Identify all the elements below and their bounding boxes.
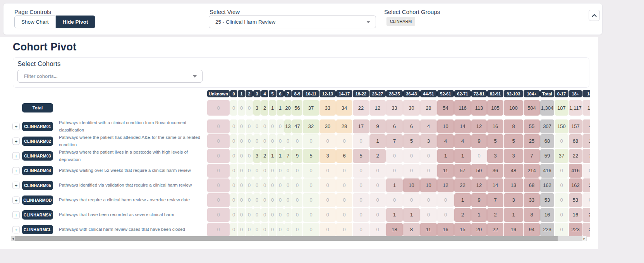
pivot-cell: 4	[454, 134, 471, 148]
pivot-cell: 223	[569, 223, 582, 237]
pivot-cell: 1	[454, 193, 471, 207]
pivot-cell: 28	[336, 119, 352, 133]
expand-cohort-button[interactable]: +	[12, 226, 20, 233]
total-row-button[interactable]: Total	[22, 103, 53, 112]
pivot-cell: 12	[369, 100, 386, 116]
cohort-description: Pathways identified with a clinical cond…	[59, 119, 209, 134]
collapse-panel-button[interactable]	[589, 10, 600, 21]
column-header-104-[interactable]: 104+	[524, 90, 540, 97]
cohort-code-badge[interactable]: CLINHARM01	[22, 122, 53, 131]
expand-cohort-button[interactable]: +	[12, 152, 20, 159]
horizontal-scrollbar[interactable]: ◂ ▸	[11, 236, 587, 241]
page-title: Cohort Pivot	[13, 41, 76, 53]
cohort-description: Pathways where the patient has attended …	[59, 133, 209, 149]
pivot-cell: 0	[261, 134, 268, 148]
column-header-28-35[interactable]: 28-35	[386, 90, 403, 97]
column-header-92-103[interactable]: 92-103	[504, 90, 523, 97]
pivot-cell: 0	[369, 223, 386, 237]
cohort-code-badge[interactable]: CLINHARM03	[22, 151, 53, 161]
pivot-cell: 0	[353, 134, 369, 148]
pivot-cell: 2	[487, 208, 503, 222]
column-header-0-17[interactable]: 0-17	[555, 90, 568, 97]
view-select[interactable]: 25 - Clinical Harm Review	[209, 16, 376, 28]
column-header-18-[interactable]: 18+	[569, 90, 582, 97]
pivot-cell: 0	[269, 119, 276, 133]
pivot-cell: 28	[420, 100, 437, 116]
cohort-code-badge[interactable]: CLINHARMCL	[22, 225, 53, 234]
expand-cohort-button[interactable]: +	[12, 182, 20, 189]
pivot-cell: 0	[269, 178, 276, 192]
show-chart-button[interactable]: Show Chart	[14, 16, 56, 28]
cohort-code-badge[interactable]: CLINHARM02	[22, 137, 53, 146]
pivot-cell: 5	[403, 134, 420, 148]
pivot-cell: 3	[253, 149, 261, 163]
cohort-code-badge[interactable]: CLINHARM04	[22, 166, 53, 175]
pivot-cell: 0	[238, 193, 245, 207]
column-header-36-43[interactable]: 36-43	[403, 90, 420, 97]
expand-cohort-button[interactable]: +	[12, 196, 20, 204]
pivot-cell: 53	[569, 193, 582, 207]
pivot-cell: 0	[207, 178, 230, 192]
pivot-cell: 6	[386, 119, 403, 133]
column-header-82-91[interactable]: 82-91	[487, 90, 503, 97]
column-header-18-22[interactable]: 18-22	[353, 90, 369, 97]
pivot-cell: 56	[292, 100, 302, 116]
column-header-4[interactable]: 4	[261, 90, 268, 97]
pivot-cell: 0	[353, 164, 369, 178]
pivot-cell: 307	[540, 119, 554, 133]
column-header-0[interactable]: 0	[230, 90, 237, 97]
column-header-2[interactable]: 2	[246, 90, 253, 97]
column-header-3[interactable]: 3	[253, 90, 261, 97]
pivot-cell: 0	[284, 164, 292, 178]
pivot-cell: 0	[261, 193, 268, 207]
column-header-unknown[interactable]: Unknown	[207, 90, 230, 97]
scroll-right-icon[interactable]: ▸	[582, 236, 586, 241]
hide-pivot-button[interactable]: Hide Pivot	[56, 16, 95, 28]
column-header-18-[interactable]: 18-	[582, 90, 590, 97]
pivot-cell: 214	[524, 164, 540, 178]
column-header-44-51[interactable]: 44-51	[420, 90, 437, 97]
column-header-10-11[interactable]: 10-11	[303, 90, 319, 97]
column-header-14-17[interactable]: 14-17	[336, 90, 352, 97]
pivot-cell: 0	[230, 164, 237, 178]
pivot-cell: 11	[420, 223, 437, 237]
pivot-cell: 5	[353, 149, 369, 163]
pivot-cell: 59	[540, 149, 554, 163]
pivot-cell: 0	[420, 164, 437, 178]
cohort-code-badge[interactable]: CLINHARMOD	[22, 196, 53, 205]
cohort-code-badge[interactable]: CLINHARM05	[22, 181, 53, 190]
column-header-62-71[interactable]: 62-71	[454, 90, 471, 97]
row-label-area: +CLINHARM02Pathways where the patient ha…	[0, 134, 207, 148]
pivot-cell: 2	[261, 149, 268, 163]
scrollbar-thumb[interactable]	[15, 236, 558, 241]
expand-cohort-button[interactable]: +	[12, 211, 20, 218]
pivot-cell: 0	[253, 134, 261, 148]
row-label-area: +CLINHARM01Pathways identified with a cl…	[0, 119, 207, 133]
pivot-cell: 2	[454, 208, 471, 222]
column-header-72-81[interactable]: 72-81	[471, 90, 487, 97]
expand-cohort-button[interactable]: +	[12, 123, 20, 130]
cohort-filter-select[interactable]: Filter cohorts...	[17, 70, 203, 83]
column-header-23-27[interactable]: 23-27	[369, 90, 386, 97]
cohort-code-badge[interactable]: CLINHARMSV	[22, 210, 53, 220]
pivot-cell: 8	[403, 223, 420, 237]
pivot-cell: 0	[369, 164, 386, 178]
column-header-6[interactable]: 6	[276, 90, 284, 97]
pivot-cell: 7	[487, 193, 503, 207]
cohort-group-tag[interactable]: CLINHARM	[386, 17, 415, 26]
expand-cohort-button[interactable]: +	[12, 137, 20, 145]
expand-cohort-button[interactable]: +	[12, 167, 20, 174]
column-header-total[interactable]: Total	[540, 90, 554, 97]
scroll-left-icon[interactable]: ◂	[11, 236, 15, 241]
cohort-description: Pathways waiting over 52 weeks that requ…	[59, 167, 209, 174]
column-header-5[interactable]: 5	[269, 90, 276, 97]
column-header-1[interactable]: 1	[238, 90, 245, 97]
pivot-cell: 47	[292, 119, 302, 133]
column-header-7[interactable]: 7	[284, 90, 292, 97]
pivot-cell: 0	[246, 119, 253, 133]
pivot-cell: 0	[246, 164, 253, 178]
pivot-cell: 12	[437, 178, 454, 192]
column-header-8-9[interactable]: 8-9	[292, 90, 302, 97]
column-header-12-13[interactable]: 12-13	[319, 90, 336, 97]
column-header-52-61[interactable]: 52-61	[437, 90, 454, 97]
